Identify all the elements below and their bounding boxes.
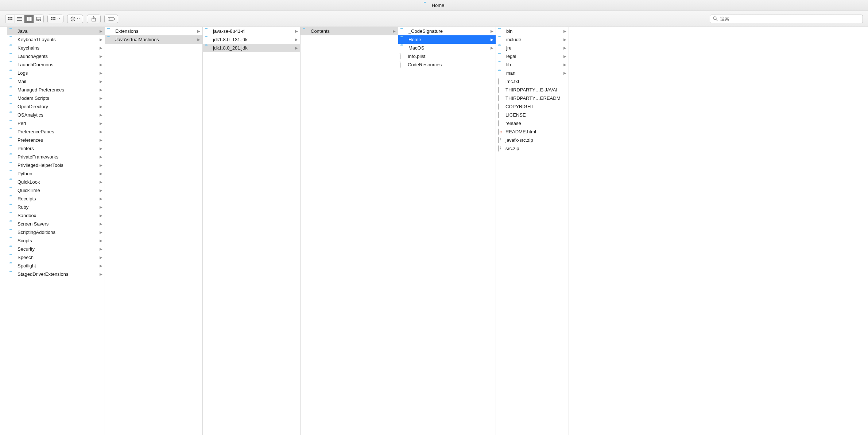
svg-rect-18	[54, 17, 55, 18]
file-item[interactable]: src.zip	[496, 144, 569, 153]
file-item[interactable]: THIRDPARTY…EREADM	[496, 94, 569, 102]
folder-item[interactable]: Screen Savers▶	[7, 220, 105, 228]
folder-item[interactable]: jre▶	[496, 44, 569, 52]
folder-icon	[9, 46, 15, 51]
item-label: Home	[408, 37, 488, 42]
folder-item[interactable]: Managed Preferences▶	[7, 86, 105, 94]
item-label: man	[506, 70, 561, 76]
window-titlebar[interactable]: Home	[0, 0, 868, 11]
view-gallery-button[interactable]	[34, 15, 43, 23]
folder-item[interactable]: Mail▶	[7, 77, 105, 86]
folder-item[interactable]: OSAnalytics▶	[7, 111, 105, 119]
folder-item[interactable]: QuickTime▶	[7, 186, 105, 195]
search-input[interactable]	[720, 16, 860, 21]
search-field[interactable]	[710, 15, 863, 23]
item-label: LICENSE	[505, 112, 566, 118]
folder-item[interactable]: StagedDriverExtensions▶	[7, 270, 105, 278]
folder-item[interactable]: Python▶	[7, 169, 105, 178]
item-label: CodeResources	[408, 62, 493, 67]
folder-item[interactable]: Logs▶	[7, 69, 105, 77]
file-item[interactable]: CodeResources	[398, 60, 496, 69]
folder-item[interactable]: Contents▶	[301, 27, 398, 35]
file-item[interactable]: COPYRIGHT	[496, 102, 569, 111]
group-by-button[interactable]	[47, 15, 63, 23]
folder-item[interactable]: man▶	[496, 69, 569, 77]
item-label: OSAnalytics	[18, 112, 97, 118]
folder-item[interactable]: OpenDirectory▶	[7, 102, 105, 111]
view-list-button[interactable]	[15, 15, 24, 23]
toolbar	[0, 11, 868, 27]
view-icon-grid-button[interactable]	[5, 15, 15, 23]
folder-item[interactable]: PrivateFrameworks▶	[7, 153, 105, 161]
folder-item[interactable]: LaunchAgents▶	[7, 52, 105, 60]
disclosure-chevron-icon: ▶	[100, 180, 102, 184]
chevron-down-icon	[77, 18, 80, 20]
folder-item[interactable]: Spotlight▶	[7, 262, 105, 270]
action-menu-button[interactable]	[67, 15, 83, 23]
folder-item[interactable]: Sandbox▶	[7, 211, 105, 220]
folder-item[interactable]: Java▶	[7, 27, 105, 35]
svg-rect-14	[38, 20, 39, 21]
file-item[interactable]: README.html	[496, 128, 569, 136]
folder-item[interactable]: jdk1.8.0_281.jdk▶	[203, 44, 300, 52]
folder-item[interactable]: legal▶	[496, 52, 569, 60]
disclosure-chevron-icon: ▶	[295, 46, 298, 50]
folder-item[interactable]: Keyboard Layouts▶	[7, 35, 105, 44]
item-label: Perl	[18, 121, 97, 126]
folder-item[interactable]: Extensions▶	[105, 27, 202, 35]
tags-button[interactable]	[104, 15, 118, 23]
folder-item[interactable]: jdk1.8.0_131.jdk▶	[203, 35, 300, 44]
folder-item[interactable]: Printers▶	[7, 144, 105, 153]
view-column-button[interactable]	[24, 15, 34, 23]
share-button[interactable]	[87, 15, 101, 23]
folder-item[interactable]: JavaVirtualMachines▶	[105, 35, 202, 44]
column-5[interactable]: bin▶include▶jre▶legal▶lib▶man▶jmc.txtTHI…	[496, 27, 569, 435]
folder-icon	[303, 29, 309, 34]
folder-item[interactable]: _CodeSignature▶	[398, 27, 496, 35]
file-item[interactable]: THIRDPARTY…E-JAVAI	[496, 86, 569, 94]
folder-icon	[9, 129, 15, 134]
folder-item[interactable]: Perl▶	[7, 119, 105, 128]
item-label: Speech	[18, 255, 97, 260]
item-label: Scripts	[18, 238, 97, 243]
column-4[interactable]: _CodeSignature▶Home▶MacOS▶Info.plistCode…	[398, 27, 496, 435]
disclosure-chevron-icon: ▶	[491, 29, 493, 33]
folder-item[interactable]: QuickLook▶	[7, 178, 105, 186]
folder-item[interactable]: Keychains▶	[7, 44, 105, 52]
folder-item[interactable]: bin▶	[496, 27, 569, 35]
disclosure-chevron-icon: ▶	[563, 54, 566, 58]
column-2[interactable]: java-se-8u41-ri▶jdk1.8.0_131.jdk▶jdk1.8.…	[203, 27, 301, 435]
folder-item[interactable]: Preferences▶	[7, 136, 105, 144]
item-label: LaunchDaemons	[18, 62, 97, 67]
file-item[interactable]: release	[496, 119, 569, 128]
folder-item[interactable]: MacOS▶	[398, 44, 496, 52]
folder-item[interactable]: Speech▶	[7, 253, 105, 262]
item-label: Keyboard Layouts	[18, 37, 97, 42]
file-item[interactable]: jmc.txt	[496, 77, 569, 86]
folder-item[interactable]: PrivilegedHelperTools▶	[7, 161, 105, 169]
folder-item[interactable]: Receipts▶	[7, 195, 105, 203]
column-1[interactable]: Extensions▶JavaVirtualMachines▶	[105, 27, 203, 435]
folder-item[interactable]: Ruby▶	[7, 203, 105, 211]
column-0[interactable]: Java▶Keyboard Layouts▶Keychains▶LaunchAg…	[7, 27, 105, 435]
folder-item[interactable]: LaunchDaemons▶	[7, 60, 105, 69]
folder-item[interactable]: java-se-8u41-ri▶	[203, 27, 300, 35]
file-item[interactable]: Info.plist	[398, 52, 496, 60]
folder-item[interactable]: ScriptingAdditions▶	[7, 228, 105, 236]
disclosure-chevron-icon: ▶	[100, 222, 102, 226]
folder-item[interactable]: Security▶	[7, 245, 105, 253]
item-label: Keychains	[18, 45, 97, 51]
folder-icon	[9, 138, 15, 143]
folder-item[interactable]: include▶	[496, 35, 569, 44]
folder-item[interactable]: lib▶	[496, 60, 569, 69]
disclosure-chevron-icon: ▶	[100, 188, 102, 192]
folder-item[interactable]: Modem Scripts▶	[7, 94, 105, 102]
file-item[interactable]: javafx-src.zip	[496, 136, 569, 144]
generic-file-icon	[498, 87, 503, 93]
folder-item[interactable]: PreferencePanes▶	[7, 128, 105, 136]
disclosure-chevron-icon: ▶	[491, 38, 493, 42]
folder-item[interactable]: Scripts▶	[7, 236, 105, 245]
file-item[interactable]: LICENSE	[496, 111, 569, 119]
column-3[interactable]: Contents▶	[301, 27, 398, 435]
folder-item[interactable]: Home▶	[398, 35, 496, 44]
